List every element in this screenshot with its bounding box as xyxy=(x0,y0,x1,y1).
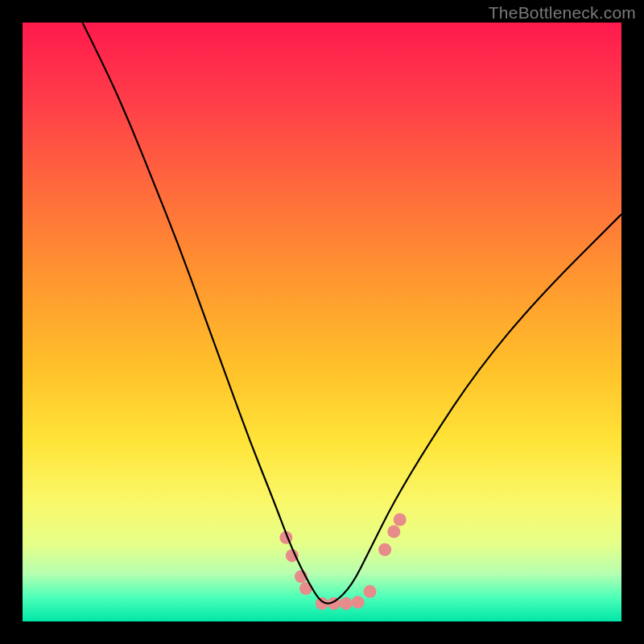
highlight-marker xyxy=(286,549,299,562)
highlight-marker xyxy=(394,514,407,526)
highlight-marker xyxy=(387,525,400,538)
highlight-marker xyxy=(364,585,377,598)
watermark-text: TheBottleneck.com xyxy=(489,3,636,23)
highlight-marker xyxy=(295,570,308,583)
highlight-marker xyxy=(340,597,353,610)
highlight-marker xyxy=(316,597,328,610)
highlight-marker xyxy=(328,597,341,610)
highlight-markers xyxy=(279,514,406,610)
highlight-marker xyxy=(299,582,312,595)
highlight-marker xyxy=(352,596,365,609)
plot-area xyxy=(23,23,621,621)
chart-frame: TheBottleneck.com xyxy=(0,0,644,644)
curve-layer xyxy=(23,23,621,621)
highlight-marker xyxy=(279,531,292,544)
highlight-marker xyxy=(378,543,391,556)
bottleneck-curve xyxy=(82,23,621,604)
